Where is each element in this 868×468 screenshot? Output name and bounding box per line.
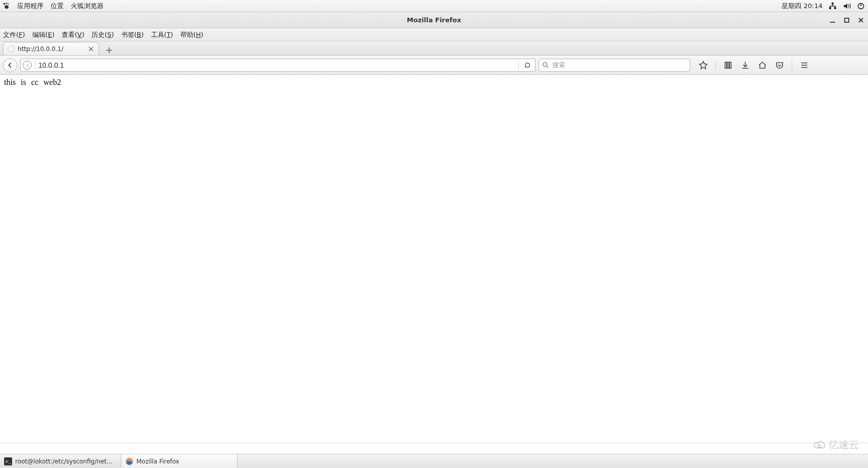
tab-favicon-placeholder-icon xyxy=(8,45,15,53)
svg-rect-17 xyxy=(725,62,727,68)
taskbar-terminal-label: root@lokott:/etc/sysconfig/networ… xyxy=(15,458,117,465)
gnome-menu-firefox[interactable]: 火狐浏览器 xyxy=(71,2,104,11)
menu-file[interactable]: 文件(F) xyxy=(3,30,25,39)
tab-close-button[interactable] xyxy=(87,45,94,53)
taskbar-firefox-label: Mozilla Firefox xyxy=(136,458,179,465)
svg-point-3 xyxy=(5,5,9,9)
terminal-icon: >_ xyxy=(4,457,12,465)
identity-info-icon[interactable]: i xyxy=(23,61,32,70)
menu-bookmarks[interactable]: 书签(B) xyxy=(121,30,144,39)
nav-toolbar: i xyxy=(0,56,868,75)
window-title: Mozilla Firefox xyxy=(407,16,461,24)
url-input[interactable] xyxy=(38,61,515,69)
urlbar-separator xyxy=(518,61,519,70)
tab-label: http://10.0.0.1/ xyxy=(18,45,87,53)
menu-history[interactable]: 历史(S) xyxy=(91,30,114,39)
taskbar-item-terminal[interactable]: >_ root@lokott:/etc/sysconfig/networ… xyxy=(0,454,121,468)
tab-strip: http://10.0.0.1/ + xyxy=(0,41,868,56)
svg-rect-6 xyxy=(834,7,836,9)
toolbar-separator xyxy=(715,60,716,70)
reload-button[interactable] xyxy=(522,60,533,71)
toolbar-separator xyxy=(792,60,792,70)
browser-tab[interactable]: http://10.0.0.1/ xyxy=(3,42,99,55)
back-button[interactable] xyxy=(3,58,17,72)
svg-point-0 xyxy=(4,3,6,5)
svg-point-2 xyxy=(8,3,9,4)
volume-icon[interactable] xyxy=(843,2,851,10)
svg-rect-19 xyxy=(730,62,731,68)
taskbar-item-firefox[interactable]: Mozilla Firefox xyxy=(121,454,237,468)
home-icon[interactable] xyxy=(757,60,767,70)
search-bar[interactable] xyxy=(539,59,690,72)
search-input[interactable] xyxy=(552,61,687,69)
urlbar-separator xyxy=(35,61,35,70)
search-icon xyxy=(542,62,549,69)
svg-rect-10 xyxy=(845,18,849,22)
svg-rect-18 xyxy=(728,62,729,68)
window-close-button[interactable] xyxy=(857,16,865,24)
svg-line-16 xyxy=(547,66,549,68)
page-body: this is cc web2 xyxy=(0,75,868,90)
window-maximize-button[interactable] xyxy=(843,16,851,24)
power-icon[interactable] xyxy=(857,2,865,10)
page-text: this is cc web2 xyxy=(4,78,61,86)
firefox-menubar: 文件(F) 编辑(E) 查看(V) 历史(S) 书签(B) 工具(T) 帮助(H… xyxy=(0,28,868,41)
menu-edit[interactable]: 编辑(E) xyxy=(32,30,55,39)
svg-rect-5 xyxy=(829,7,831,9)
hamburger-menu-icon[interactable] xyxy=(799,60,809,70)
firefox-icon xyxy=(125,457,133,465)
gnome-foot-icon xyxy=(3,3,10,10)
window-minimize-button[interactable] xyxy=(829,16,837,24)
bookmark-star-icon[interactable] xyxy=(698,60,708,70)
gnome-clock[interactable]: 星期四 20:14 xyxy=(782,2,823,11)
menu-view[interactable]: 查看(V) xyxy=(62,30,84,39)
new-tab-button[interactable]: + xyxy=(102,44,116,55)
downloads-icon[interactable] xyxy=(740,60,750,70)
window-titlebar[interactable]: Mozilla Firefox xyxy=(0,12,868,28)
menu-help[interactable]: 帮助(H) xyxy=(180,30,204,39)
network-icon[interactable] xyxy=(829,2,837,10)
url-bar[interactable]: i xyxy=(20,59,536,72)
svg-point-1 xyxy=(6,3,8,4)
gnome-menu-applications[interactable]: 应用程序 xyxy=(17,2,43,11)
gnome-taskbar: >_ root@lokott:/etc/sysconfig/networ… Mo… xyxy=(0,454,868,468)
svg-rect-4 xyxy=(832,3,834,5)
gnome-menu-places[interactable]: 位置 xyxy=(51,2,64,11)
svg-point-15 xyxy=(543,62,547,66)
status-bar xyxy=(0,443,868,454)
pocket-icon[interactable] xyxy=(775,60,785,70)
menu-tools[interactable]: 工具(T) xyxy=(151,30,173,39)
library-icon[interactable] xyxy=(723,60,733,70)
gnome-top-panel: 应用程序 位置 火狐浏览器 星期四 20:14 xyxy=(0,0,868,12)
